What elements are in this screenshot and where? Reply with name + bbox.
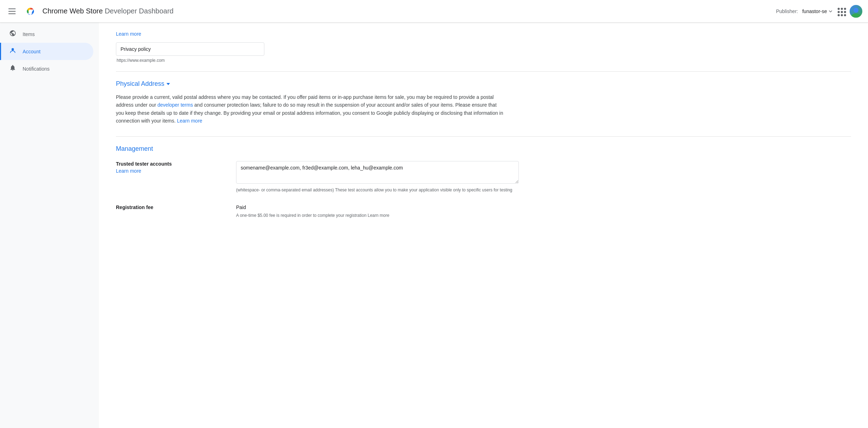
- registration-fee-description: A one-time $5.00 fee is required in orde…: [236, 213, 519, 218]
- apps-grid-icon[interactable]: [837, 7, 845, 16]
- user-avatar[interactable]: [850, 5, 862, 18]
- physical-address-title: Physical Address: [116, 80, 164, 88]
- person-icon: [8, 47, 17, 56]
- header-left: Chrome Web Store Developer Dashboard: [6, 5, 776, 18]
- physical-address-section: Physical Address Please provide a curren…: [116, 80, 851, 125]
- publisher-name-text: funastor-se: [802, 8, 827, 14]
- header-title: Chrome Web Store Developer Dashboard: [42, 7, 174, 15]
- management-section: Management Trusted tester accounts Learn…: [116, 145, 851, 218]
- trusted-tester-label-block: Trusted tester accounts Learn more: [116, 161, 222, 174]
- page-layout: Items Account Notifications Learn more: [0, 23, 868, 428]
- publisher-dropdown-icon: [828, 9, 833, 13]
- svg-point-1: [29, 10, 32, 13]
- app-header: Chrome Web Store Developer Dashboard Pub…: [0, 0, 868, 23]
- sidebar-items-label: Items: [23, 31, 35, 37]
- trusted-tester-input-block: somename@example.com, fr3ed@example.com,…: [236, 161, 519, 193]
- sidebar-notifications-label: Notifications: [23, 66, 49, 72]
- main-content: Learn more https://www.example.com Physi…: [99, 23, 868, 428]
- privacy-policy-section: Learn more https://www.example.com: [116, 31, 851, 63]
- developer-terms-link[interactable]: developer terms: [158, 102, 193, 108]
- sidebar-item-notifications[interactable]: Notifications: [0, 60, 93, 77]
- management-title: Management: [116, 145, 851, 153]
- sidebar-account-label: Account: [23, 49, 41, 54]
- registration-fee-label: Registration fee: [116, 204, 222, 210]
- trusted-tester-hint: (whitespace- or comma-separated email ad…: [236, 187, 519, 193]
- sidebar-item-account[interactable]: Account: [0, 43, 93, 60]
- trusted-tester-textarea[interactable]: somename@example.com, fr3ed@example.com,…: [236, 161, 519, 184]
- sidebar: Items Account Notifications: [0, 23, 99, 428]
- header-title-strong: Chrome Web Store: [42, 7, 103, 15]
- publisher-selector[interactable]: funastor-se: [802, 8, 833, 14]
- svg-point-4: [12, 48, 14, 50]
- privacy-policy-input-wrapper: https://www.example.com: [116, 42, 851, 63]
- registration-fee-desc-text: A one-time $5.00 fee is required in orde…: [236, 213, 366, 218]
- publisher-label: Publisher:: [776, 8, 798, 14]
- puzzle-icon: [8, 30, 17, 38]
- trusted-tester-label: Trusted tester accounts: [116, 161, 222, 167]
- trusted-tester-learn-more-link[interactable]: Learn more: [116, 168, 141, 174]
- divider-1: [116, 71, 851, 72]
- privacy-policy-learn-more-link[interactable]: Learn more: [116, 31, 141, 37]
- registration-fee-input-block: Paid A one-time $5.00 fee is required in…: [236, 204, 519, 218]
- hamburger-menu-icon[interactable]: [6, 6, 18, 17]
- svg-point-3: [851, 13, 861, 18]
- registration-fee-value: Paid: [236, 204, 519, 210]
- header-right: Publisher: funastor-se: [776, 5, 862, 18]
- physical-address-description: Please provide a current, valid postal a…: [116, 93, 505, 125]
- trusted-tester-row: Trusted tester accounts Learn more somen…: [116, 161, 851, 193]
- registration-fee-label-block: Registration fee: [116, 204, 222, 212]
- bell-icon: [8, 64, 17, 73]
- registration-fee-learn-more-link[interactable]: Learn more: [368, 213, 389, 218]
- chevron-down-icon: [166, 83, 170, 85]
- header-title-light: Developer Dashboard: [105, 7, 174, 15]
- physical-address-header[interactable]: Physical Address: [116, 80, 851, 88]
- privacy-policy-hint: https://www.example.com: [116, 58, 851, 63]
- privacy-policy-input[interactable]: [116, 42, 264, 56]
- sidebar-item-items[interactable]: Items: [0, 25, 93, 43]
- divider-2: [116, 136, 851, 137]
- svg-point-2: [854, 8, 858, 13]
- physical-address-learn-more-link[interactable]: Learn more: [177, 118, 203, 124]
- chrome-logo-icon: [24, 5, 37, 18]
- registration-fee-row: Registration fee Paid A one-time $5.00 f…: [116, 204, 851, 218]
